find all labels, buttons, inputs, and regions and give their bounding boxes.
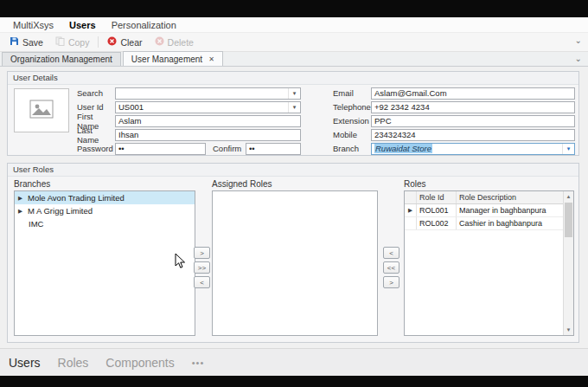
branch-tree-item[interactable]: ▶ Mole Avon Trading Limited (15, 191, 195, 204)
mobile-row: Mobile (333, 128, 575, 141)
extension-row: Extension (333, 114, 575, 127)
move-right-button[interactable]: > (383, 276, 399, 288)
menu-item-personalization[interactable]: Personalization (104, 20, 184, 30)
tab-organization-management[interactable]: Organization Management (2, 52, 121, 66)
password-row: Password Confirm (77, 142, 301, 155)
roles-grid-row[interactable]: ROL002 Cashier in baghbanpura (405, 217, 563, 230)
password-label: Password (77, 144, 115, 153)
move-all-left-button[interactable]: << (383, 261, 399, 274)
user-id-label: User Id (77, 102, 115, 112)
photo-icon (29, 100, 54, 122)
role-description-column-header[interactable]: Role Description (457, 191, 563, 203)
toolbar: Save Copy Clear Delete ⌄ (0, 33, 588, 52)
extension-label: Extension (333, 116, 371, 126)
expander-icon[interactable]: ▶ (18, 208, 24, 215)
email-input[interactable] (371, 87, 575, 100)
delete-label: Delete (168, 37, 194, 48)
email-label: Email (333, 88, 371, 98)
branch-tree-item[interactable]: ▶ M A Grigg Limited (15, 204, 195, 217)
copy-label: Copy (68, 37, 90, 48)
clear-button[interactable]: Clear (101, 35, 148, 49)
user-details-group-title: User Details (8, 72, 578, 85)
app-window: MultiXsys Users Personalization Save Cop… (0, 0, 588, 387)
branches-listbox[interactable]: ▶ Mole Avon Trading Limited ▶ M A Grigg … (14, 190, 195, 336)
branch-tree-item-label: M A Grigg Limited (28, 206, 93, 216)
app-surface: MultiXsys Users Personalization Save Cop… (0, 17, 588, 376)
main-content: User Details Search ▾ User Id US001 (0, 67, 588, 348)
user-photo-placeholder[interactable] (14, 88, 69, 132)
save-icon (10, 36, 19, 48)
branch-tree-item-label: IMC (29, 219, 43, 229)
tabstrip-overflow-chevron-icon[interactable]: ⌄ (575, 54, 582, 63)
role-id-column-header[interactable]: Role Id (417, 191, 457, 203)
save-button[interactable]: Save (3, 35, 49, 49)
expander-icon[interactable]: ▶ (18, 195, 24, 202)
move-right-button[interactable]: > (194, 247, 210, 259)
toolbar-separator (98, 36, 99, 48)
assigned-roles-label: Assigned Roles (212, 179, 272, 189)
delete-icon (155, 36, 164, 48)
branch-dropdown-icon[interactable]: ▾ (562, 144, 574, 154)
scroll-down-icon[interactable]: ▼ (564, 325, 573, 335)
clear-icon (107, 36, 117, 48)
mobile-input[interactable] (371, 129, 575, 141)
document-tabstrip: Organization Management User Management … (0, 52, 588, 67)
branch-row: Branch Ruwaidat Store ▾ (333, 142, 575, 155)
user-id-value: US001 (116, 102, 288, 112)
tab-label: Organization Management (10, 55, 112, 64)
roles-grid-header: Role Id Role Description (405, 191, 563, 204)
delete-button[interactable]: Delete (149, 35, 200, 49)
last-name-input[interactable] (115, 129, 301, 141)
bottom-nav-bar: Users Roles Components ••• (0, 348, 588, 376)
nav-overflow-icon[interactable]: ••• (192, 358, 205, 368)
nav-item-components[interactable]: Components (105, 356, 174, 370)
nav-item-users[interactable]: Users (9, 356, 41, 370)
assigned-roles-listbox[interactable] (212, 190, 378, 336)
branches-transfer-buttons: > >> < (194, 247, 210, 288)
telephone-label: Telephone (333, 102, 371, 112)
tab-user-management[interactable]: User Management ✕ (123, 51, 223, 66)
tab-close-icon[interactable]: ✕ (208, 55, 214, 63)
branch-tree-item[interactable]: IMC (15, 217, 195, 230)
confirm-password-input[interactable] (246, 143, 301, 155)
user-roles-group: User Roles Branches ▶ Mole Avon Trading … (7, 163, 579, 343)
search-dropdown-icon[interactable]: ▾ (288, 88, 300, 99)
extension-input[interactable] (371, 115, 575, 127)
move-left-button[interactable]: < (383, 247, 399, 259)
move-all-right-button[interactable]: >> (194, 261, 210, 274)
roles-grid-row[interactable]: ▶ ROL001 Manager in baghbanpura (405, 204, 563, 217)
menu-item-users[interactable]: Users (61, 20, 104, 30)
role-id-cell: ROL001 (417, 204, 457, 216)
save-label: Save (22, 37, 43, 48)
telephone-input[interactable] (371, 101, 575, 113)
branches-label: Branches (14, 179, 50, 189)
roles-grid-scrollbar[interactable]: ▲ ▼ (563, 191, 573, 335)
copy-button[interactable]: Copy (49, 35, 96, 49)
email-row: Email (333, 87, 575, 100)
toolbar-overflow-chevron-icon[interactable]: ⌄ (575, 35, 582, 45)
user-id-dropdown-icon[interactable]: ▾ (288, 102, 300, 113)
user-roles-group-title: User Roles (8, 164, 578, 177)
move-left-button[interactable]: < (194, 276, 210, 288)
search-label: Search (77, 88, 115, 98)
mobile-label: Mobile (333, 130, 371, 139)
selector-column-header (405, 191, 417, 203)
confirm-label: Confirm (213, 144, 246, 153)
nav-item-roles[interactable]: Roles (58, 356, 89, 370)
branch-combobox[interactable]: Ruwaidat Store ▾ (371, 143, 575, 155)
password-input[interactable] (115, 143, 206, 155)
search-combobox[interactable]: ▾ (115, 87, 301, 100)
roles-grid[interactable]: Role Id Role Description ▶ ROL001 Manage… (404, 190, 574, 336)
first-name-input[interactable] (115, 115, 301, 127)
scrollbar-thumb[interactable] (565, 203, 572, 237)
menu-item-multixsys[interactable]: MultiXsys (5, 20, 61, 30)
clear-label: Clear (120, 37, 142, 48)
user-id-combobox[interactable]: US001 ▾ (115, 101, 301, 113)
branch-tree-item-label: Mole Avon Trading Limited (28, 193, 125, 203)
user-details-group: User Details Search ▾ User Id US001 (7, 71, 579, 156)
role-id-cell: ROL002 (417, 217, 457, 229)
roles-transfer-buttons: < << > (383, 247, 399, 288)
tab-label: User Management (131, 55, 202, 64)
scroll-up-icon[interactable]: ▲ (564, 191, 573, 202)
branch-value: Ruwaidat Store (374, 144, 432, 153)
